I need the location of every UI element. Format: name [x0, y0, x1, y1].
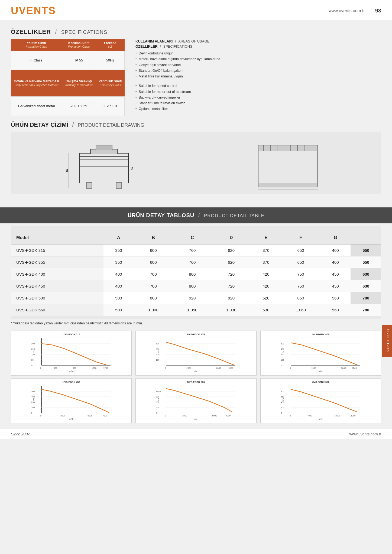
svg-text:100: 100	[156, 359, 160, 361]
svg-text:60: 60	[31, 359, 34, 361]
chart-title-560: UVS-FGDK 560	[263, 381, 379, 383]
col-model: Model	[11, 232, 103, 244]
cell-value: 750	[281, 268, 320, 280]
cell-value: 700	[134, 268, 173, 280]
chart-title-450: UVS-FGDK 450	[13, 381, 129, 383]
cell-value: 800	[173, 280, 212, 292]
cell-value: 700	[134, 280, 173, 292]
svg-text:350: 350	[54, 367, 57, 369]
cell-value: 800	[173, 268, 212, 280]
chart-svg-315-2: 0 100 200 350 500 0 2000 6000 9500 m³/h …	[138, 337, 254, 372]
svg-rect-15	[258, 145, 318, 151]
cell-value: 400	[103, 268, 134, 280]
specs-subtitle: ÖZELLİKLER / SPECIFICATIONS	[135, 44, 378, 48]
svg-text:0: 0	[165, 367, 166, 369]
cell-model: UVS-FGDK 400	[11, 268, 103, 280]
table-slash: /	[198, 212, 202, 218]
drawing-slash: /	[72, 121, 75, 128]
feature-en-1: Suitable for speed control	[135, 83, 378, 89]
cell-value: 400	[103, 280, 134, 292]
svg-text:0: 0	[290, 367, 291, 369]
svg-text:Pa: Pa	[157, 350, 160, 353]
svg-text:7000: 7000	[102, 415, 107, 417]
cell-extra: 630	[351, 280, 381, 292]
cell-model: UVS-FGDK 500	[11, 292, 103, 304]
features-en-list: Suitable for speed control Suitable for …	[135, 83, 378, 112]
svg-text:1500: 1500	[311, 367, 316, 369]
drawing-title-en: PRODUCT DETAIL DRAWING	[78, 122, 144, 128]
cell-value: 760	[173, 244, 212, 256]
fan-front-view: B A D	[16, 137, 192, 191]
svg-rect-6	[96, 145, 112, 150]
col-c: C	[173, 232, 212, 244]
fan-front-svg: B A D	[63, 137, 145, 191]
svg-text:7000: 7000	[226, 415, 231, 417]
chart-svg-500: 0 200 500 800 1100 0 2000 5000 7000 m³/h…	[138, 384, 254, 420]
subtitle-slash: /	[160, 44, 162, 48]
chart-svg-315-1: 0 60 150 220 300 0 350 800 1250 1750 m³/…	[13, 337, 129, 372]
cell-model: UVS-FGDK 560	[11, 304, 103, 316]
chart-svg-400: 0 100 250 400 500 0 1500 3000 3800 m³/h …	[263, 337, 379, 372]
cell-value: 750	[281, 280, 320, 292]
svg-text:6000: 6000	[216, 367, 221, 369]
svg-text:2000: 2000	[182, 415, 187, 417]
feature-en-4: Standart On/Off revision switch	[135, 100, 378, 106]
specs-table: Yalıtım Sınıfı Insulation Class Koruma S…	[11, 39, 125, 116]
specs-title: ÖZELLİKLER / SPECIFICATIONS	[11, 28, 381, 35]
svg-text:0: 0	[156, 412, 157, 414]
cell-value: 1.060	[281, 304, 320, 316]
cell-value: 600	[134, 256, 173, 268]
cell-value: 350	[103, 256, 134, 268]
cell-temp-val: -20 / +50 ºC	[62, 97, 96, 116]
table-title-en: PRODUCT DETAIL TABLE	[204, 213, 264, 218]
table-row: UVS-FGDK 5605001.0001.0501.0305301.06056…	[11, 304, 381, 316]
specs-slash: /	[55, 28, 59, 35]
svg-text:500: 500	[281, 343, 284, 345]
feature-tr-2: Motoru hava akımı dışında davlumbaz uygu…	[135, 56, 378, 62]
svg-text:Pa: Pa	[33, 398, 35, 400]
cell-value: 1.050	[173, 304, 212, 316]
svg-text:800: 800	[156, 396, 160, 398]
col-g: G	[320, 232, 351, 244]
header: UVENTS www.uvents.com.tr 93	[0, 0, 392, 20]
svg-text:1250: 1250	[92, 367, 96, 369]
specs-title-tr: ÖZELLİKLER	[11, 28, 51, 35]
table-row: UVS-FGDK 450400700800720420750450630	[11, 280, 381, 292]
specs-row2: Galvanized sheet metal -20 / +50 ºC IE2 …	[11, 97, 125, 116]
svg-text:220: 220	[31, 348, 35, 350]
chart-title-500: UVS-FGDK 500	[138, 381, 254, 383]
cell-freq-val: 50Hz	[96, 51, 125, 70]
svg-text:14200: 14200	[349, 415, 356, 417]
svg-text:300: 300	[31, 343, 35, 345]
cell-value: 760	[173, 256, 212, 268]
cell-value: 720	[212, 280, 251, 292]
svg-text:200: 200	[156, 353, 160, 356]
cell-value: 560	[320, 292, 351, 304]
cell-model: UVS-FGDK 315	[11, 244, 103, 256]
feature-tr-5: Metal filtre kullanımına uygun	[135, 74, 378, 79]
cell-value: 720	[212, 268, 251, 280]
cell-value: 350	[103, 244, 134, 256]
svg-rect-14	[258, 151, 318, 183]
cell-value: 620	[212, 256, 251, 268]
cell-value: 530	[251, 304, 281, 316]
svg-text:800: 800	[73, 367, 76, 369]
cell-extra: 780	[351, 304, 381, 316]
subtitle-en: SPECIFICATIONS	[163, 44, 192, 48]
svg-text:0: 0	[31, 412, 33, 414]
specs-row1: F Class IP 55 50Hz	[11, 51, 125, 70]
svg-text:0: 0	[290, 415, 291, 417]
svg-text:650: 650	[281, 396, 284, 398]
cell-value: 420	[251, 268, 281, 280]
cell-model: UVS-FGDK 355	[11, 256, 103, 268]
col-f: F	[281, 232, 320, 244]
svg-text:m³/h: m³/h	[194, 418, 198, 420]
table-row: UVS-FGDK 315350600760620370650400550	[11, 244, 381, 256]
svg-text:250: 250	[31, 401, 35, 403]
svg-text:5000: 5000	[88, 415, 92, 417]
header-right: www.uvents.com.tr 93	[328, 8, 381, 14]
table-row: UVS-FGDK 400400700800720420750450630	[11, 268, 381, 280]
footer-since: Since 2007	[11, 432, 30, 436]
svg-text:200: 200	[281, 406, 284, 409]
svg-text:4000: 4000	[307, 415, 312, 417]
